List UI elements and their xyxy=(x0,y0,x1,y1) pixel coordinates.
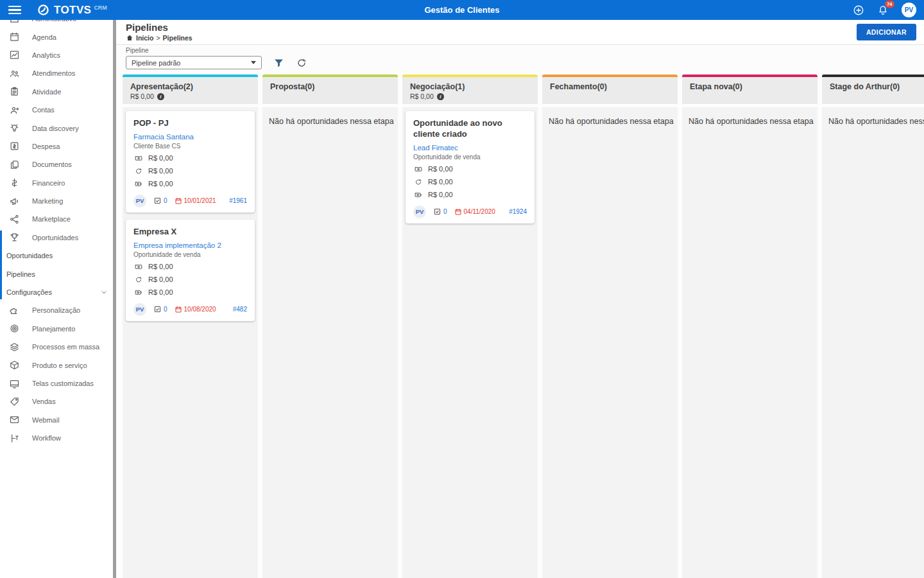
sidebar-item-despesa[interactable]: Despesa xyxy=(0,137,116,155)
banknote-icon xyxy=(133,154,144,162)
sidebar-item-label: Administrativo xyxy=(32,20,76,22)
due-date: 10/08/2020 xyxy=(175,306,216,313)
menu-icon[interactable] xyxy=(8,6,21,14)
totvs-logo[interactable]: TOTVS CRM xyxy=(37,3,107,17)
sidebar-item-atendimentos[interactable]: Atendimentos xyxy=(0,64,116,82)
task-counter[interactable]: 0 xyxy=(153,197,167,205)
owner-avatar[interactable]: PV xyxy=(133,303,146,316)
opportunity-card[interactable]: Empresa X Empresa implementação 2 Oportu… xyxy=(126,220,255,321)
card-value: R$ 0,00 xyxy=(428,191,453,198)
card-account-link[interactable]: Farmacia Santana xyxy=(133,133,247,141)
pipeline-column-etapa-nova-0: Etapa nova(0) i Não há oportunidades nes… xyxy=(682,74,817,578)
sidebar-item-produto-e-servi-o[interactable]: Produto e serviço xyxy=(0,356,116,374)
task-count: 0 xyxy=(164,306,167,313)
sidebar-item-personaliza-o[interactable]: Personalização xyxy=(0,301,116,319)
sidebar-subitem-label: Pipelines xyxy=(6,270,35,278)
task-counter[interactable]: 0 xyxy=(153,305,167,313)
sidebar-active-group: Oportunidades Oportunidades Pipelines Co… xyxy=(0,229,116,302)
sidebar-item-vendas[interactable]: Vendas xyxy=(0,392,116,410)
sidebar-item-contas[interactable]: Contas xyxy=(0,101,116,119)
totvs-logo-icon xyxy=(37,3,50,17)
dollar-icon xyxy=(9,177,20,188)
column-title: Etapa nova(0) xyxy=(690,82,810,91)
pipeline-column-stage-do-arthur-0: Stage do Arthur(0) i Não há oportunidade… xyxy=(822,74,924,578)
recurring-icon xyxy=(413,178,424,186)
breadcrumb-home[interactable]: Início xyxy=(136,34,153,42)
target-icon xyxy=(9,323,20,334)
card-value: R$ 0,00 xyxy=(148,263,173,270)
people-icon xyxy=(9,68,20,79)
task-count: 0 xyxy=(164,197,167,204)
card-value: R$ 0,00 xyxy=(428,178,453,186)
sidebar-subitem-configura-es[interactable]: Configurações xyxy=(0,283,116,301)
sidebar-item-agenda[interactable]: Agenda xyxy=(0,28,116,46)
box-icon xyxy=(9,360,20,371)
empty-state-text: Não há oportunidades nessa etapa xyxy=(825,111,924,132)
brand-suffix: CRM xyxy=(94,4,107,11)
column-header: Stage do Arthur(0) i xyxy=(822,77,924,104)
sidebar-item-analytics[interactable]: Analytics xyxy=(0,46,116,64)
sidebar-item-telas-customizadas[interactable]: Telas customizadas xyxy=(0,374,116,392)
card-footer: PV 0 04/11/2020 #1924 xyxy=(413,206,527,218)
toolbar: Pipeline Pipeline padrão xyxy=(116,45,924,73)
sidebar-item-marketplace[interactable]: Marketplace xyxy=(0,210,116,228)
refresh-icon[interactable] xyxy=(296,57,307,69)
add-button[interactable]: ADICIONAR xyxy=(857,24,916,40)
sidebar-subitem-oportunidades[interactable]: Oportunidades xyxy=(0,247,116,265)
add-circle-icon[interactable] xyxy=(853,4,864,16)
card-account-link[interactable]: Empresa implementação 2 xyxy=(133,241,247,249)
breadcrumb: Início > Pipelines xyxy=(126,34,193,42)
recurring-icon xyxy=(133,167,144,175)
sidebar-item-label: Telas customizadas xyxy=(32,380,94,387)
breadcrumb-separator: > xyxy=(156,34,160,42)
sidebar-item-financeiro[interactable]: Financeiro xyxy=(0,174,116,192)
task-counter[interactable]: 0 xyxy=(433,207,447,216)
sidebar-item-webmail[interactable]: Webmail xyxy=(0,411,116,429)
card-value-row: R$ 0,00 xyxy=(133,263,247,271)
notifications-button[interactable]: 74 xyxy=(877,4,889,16)
sidebar-item-workflow[interactable]: Workflow xyxy=(0,429,116,447)
user-avatar[interactable]: PV xyxy=(902,3,916,17)
card-subtitle: Cliente Base CS xyxy=(133,143,247,150)
info-icon[interactable]: i xyxy=(157,93,164,100)
card-value: R$ 0,00 xyxy=(148,288,173,296)
sidebar-item-administrativo[interactable]: Administrativo xyxy=(0,20,116,28)
sidebar-nav: Administrativo Agenda Analytics Atendime… xyxy=(0,20,116,447)
workflow-icon xyxy=(9,433,20,444)
column-body: Oportunidade ao novo cliente criado Lead… xyxy=(402,107,538,578)
chart-icon xyxy=(9,49,20,60)
trophy-icon xyxy=(9,232,20,243)
sidebar-item-documentos[interactable]: Documentos xyxy=(0,155,116,173)
filter-icon[interactable] xyxy=(273,57,285,69)
sidebar-scrollbar[interactable] xyxy=(113,20,116,578)
due-date-text: 10/01/2021 xyxy=(184,197,216,204)
mail-icon xyxy=(9,414,20,425)
column-title: Proposta(0) xyxy=(270,82,390,91)
owner-avatar[interactable]: PV xyxy=(413,206,426,218)
opportunity-card[interactable]: Oportunidade ao novo cliente criado Lead… xyxy=(406,111,535,223)
pipeline-board: Apresentação(2) R$ 0,00 i POP - PJ Farma… xyxy=(116,73,924,578)
owner-avatar[interactable]: PV xyxy=(133,195,146,207)
sidebar-item-atividade[interactable]: Atividade xyxy=(0,83,116,101)
sidebar-item-label: Analytics xyxy=(32,51,60,59)
opportunity-card[interactable]: POP - PJ Farmacia Santana Cliente Base C… xyxy=(126,111,255,213)
pipeline-select[interactable]: Pipeline padrão xyxy=(126,56,262,69)
sidebar-item-data-discovery[interactable]: Data discovery xyxy=(0,119,116,137)
card-account-link[interactable]: Lead Fimatec xyxy=(413,144,527,152)
sidebar-item-planejamento[interactable]: Planejamento xyxy=(0,320,116,338)
sidebar-item-oportunidades[interactable]: Oportunidades xyxy=(0,229,116,247)
expense-icon xyxy=(9,141,20,152)
lightbulb-icon xyxy=(9,123,20,134)
sidebar-item-marketing[interactable]: Marketing xyxy=(0,192,116,210)
due-date-text: 04/11/2020 xyxy=(464,208,495,215)
sidebar-item-label: Despesa xyxy=(32,143,60,150)
sidebar-item-processos-em-massa[interactable]: Processos em massa xyxy=(0,338,116,356)
sidebar-subitem-pipelines[interactable]: Pipelines xyxy=(0,265,116,283)
breadcrumb-current: Pipelines xyxy=(163,34,193,42)
due-date: 04/11/2020 xyxy=(454,208,495,216)
column-body: Não há oportunidades nessa etapa xyxy=(262,107,398,578)
card-title: POP - PJ xyxy=(133,118,247,129)
info-icon[interactable]: i xyxy=(437,93,444,100)
recurring-icon xyxy=(133,276,144,284)
card-value-row: R$ 0,00 xyxy=(413,178,527,186)
